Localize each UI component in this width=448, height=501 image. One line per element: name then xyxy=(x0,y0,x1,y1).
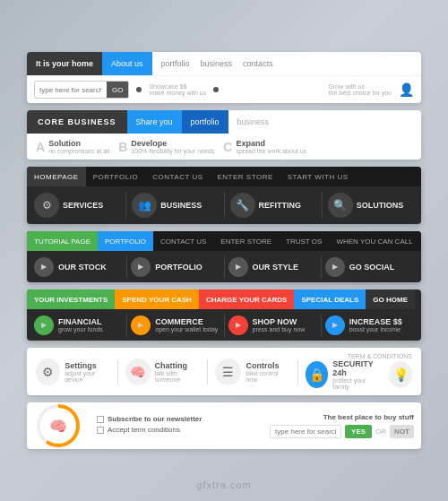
nav4-tab-tutorial[interactable]: TUTORIAL PAGE xyxy=(27,231,98,251)
nav5-tab-home[interactable]: GO HOME xyxy=(366,289,415,309)
nav6-terms: TERM & CONDITIONS xyxy=(306,353,412,359)
watermark: gfxtra.com xyxy=(196,479,251,490)
nav7-search-row: YES OR NOT xyxy=(270,425,414,438)
nav7-or-text: OR xyxy=(375,428,386,436)
nav5-tab-spend[interactable]: SPEND YOUR CASH xyxy=(115,289,199,309)
nav3-refitting: 🔧 REFITTING xyxy=(230,193,316,218)
nav4-style-play[interactable]: ▶ xyxy=(228,257,248,277)
nav5-commerce: ▶ COMMERCE open your wallet today xyxy=(131,315,220,335)
nav2-expand-sub: spread the work about us xyxy=(236,148,306,154)
nav6-chatting-sub: talk with someone xyxy=(155,370,201,383)
nav6-light-icon: 💡 xyxy=(389,361,412,388)
nav7-yes-button[interactable]: YES xyxy=(345,425,372,438)
nav7-subscribe-row: Subscribe to our newsletter xyxy=(97,415,253,423)
nav5-shopnow-label: SHOP NOW xyxy=(253,317,306,326)
nav1-search-box: GO xyxy=(34,81,129,99)
nav3-services: ⚙ SERVICES xyxy=(34,193,120,218)
nav4-social: ▶ GO SOCIAL xyxy=(325,257,414,277)
nav6-settings-sub: adjust your device xyxy=(65,370,110,383)
nav3-sep3 xyxy=(322,192,323,219)
nav5-commerce-label: COMMERCE xyxy=(155,317,218,326)
nav3-business-label: BUSINESS xyxy=(160,201,202,210)
nav4-tab-trust[interactable]: TRUST OS xyxy=(279,231,329,251)
nav7-search-input[interactable] xyxy=(270,425,341,438)
nav6-security-sub: protect your family xyxy=(332,377,381,390)
nav2-item-b: B Develope 100% flexibility for your nee… xyxy=(118,139,214,154)
nav2-portfolio[interactable]: portfolio xyxy=(182,110,228,134)
nav3-tab-start[interactable]: START WITH US xyxy=(280,167,356,186)
nav5-tab-charge[interactable]: CHARGE YOUR CARDS xyxy=(199,289,295,309)
nav2-business[interactable]: business xyxy=(228,117,279,126)
nav1-portfolio[interactable]: portfolio xyxy=(161,59,190,68)
nav5-shopnow-sub: press and buy now xyxy=(253,326,306,333)
nav4-tab-contact[interactable]: CONTACT US xyxy=(153,231,213,251)
nav1-links: portfolio business contacts xyxy=(152,59,421,68)
nav1-home[interactable]: It is your home xyxy=(27,52,102,75)
nav5-tab-deals[interactable]: SPECIAL DEALS xyxy=(294,289,366,309)
nav5-financial-play[interactable]: ▶ xyxy=(34,315,54,335)
nav3-business: 👥 BUSINESS xyxy=(132,193,218,218)
nav5-financial: ▶ FINANCIAL grow your funds xyxy=(34,315,123,335)
nav4-sep1 xyxy=(126,255,127,278)
nav1-contacts[interactable]: contacts xyxy=(243,59,273,68)
nav7-accept-row: Accept term conditions xyxy=(97,426,253,434)
nav4-portfolio-play[interactable]: ▶ xyxy=(131,257,151,277)
nav7-subscribe-label: Subscribe to our newsletter xyxy=(108,415,202,423)
nav6-security: 🔒 SECURITY 24h protect your family 💡 xyxy=(306,359,412,390)
nav1-showcase: Showcase $$ make money with us xyxy=(149,83,206,96)
nav2-expand: Expand xyxy=(236,139,306,148)
nav4-social-play[interactable]: ▶ xyxy=(325,257,345,277)
nav6-settings-icon: ⚙ xyxy=(36,358,60,385)
nav4-tab-call[interactable]: WHEN YOU CAN CALL xyxy=(329,231,419,251)
nav3-tab-contact[interactable]: CONTACT US xyxy=(145,167,210,186)
nav1-go-button[interactable]: GO xyxy=(107,82,128,98)
nav4-tab-store[interactable]: ENTER STORE xyxy=(213,231,279,251)
nav4-social-label: GO SOCIAL xyxy=(349,263,395,272)
nav2-item-c: C Expand spread the work about us xyxy=(223,139,306,154)
nav4-stock-play[interactable]: ▶ xyxy=(34,257,54,277)
navbar-3: HOMEPAGE PORTFOLIO CONTACT US ENTER STOR… xyxy=(27,167,421,224)
nav5-shopnow-play[interactable]: ▶ xyxy=(228,315,248,335)
nav1-business[interactable]: business xyxy=(201,59,233,68)
nav1-search-input[interactable] xyxy=(35,86,107,94)
nav3-solutions-icon: 🔍 xyxy=(328,193,353,218)
nav4-stock: ▶ OUR STOCK xyxy=(34,257,123,277)
nav3-tab-homepage[interactable]: HOMEPAGE xyxy=(27,167,86,186)
nav4-portfolio-label: PORTFOLIO xyxy=(155,263,202,272)
nav6-sep1 xyxy=(117,359,118,384)
nav2-develope-sub: 100% flexibility for your needs xyxy=(131,148,214,154)
nav5-tab-investments[interactable]: YOUR INVESTMENTS xyxy=(27,289,115,309)
nav3-tab-store[interactable]: ENTER STORE xyxy=(211,167,280,186)
nav2-letter-c: C xyxy=(223,140,232,154)
nav1-dot2 xyxy=(213,87,219,92)
nav2-item-a: A Solution no compromises at all xyxy=(36,139,109,154)
nav2-core[interactable]: CORE BUSINESS xyxy=(27,110,127,134)
nav5-sep3 xyxy=(321,314,322,336)
nav5-increase: ▶ INCREASE $$ boost your income xyxy=(325,315,414,335)
nav1-aboutus[interactable]: About us xyxy=(102,52,152,75)
nav5-commerce-play[interactable]: ▶ xyxy=(131,315,151,335)
nav5-increase-play[interactable]: ▶ xyxy=(325,315,345,335)
nav3-refitting-label: REFITTING xyxy=(259,201,302,210)
nav6-sep3 xyxy=(297,359,298,384)
nav7-subscribe-checkbox[interactable] xyxy=(97,416,104,423)
nav2-solution-sub: no compromises at all xyxy=(48,148,109,154)
nav5-sep1 xyxy=(126,314,127,336)
nav7-right: The best place to buy stuff YES OR NOT xyxy=(260,402,421,449)
nav3-sep1 xyxy=(125,192,126,219)
nav4-style-label: OUR STYLE xyxy=(253,263,299,272)
nav5-commerce-sub: open your wallet today xyxy=(155,326,218,333)
nav7-not-button[interactable]: NOT xyxy=(390,425,414,438)
nav7-accept-checkbox[interactable] xyxy=(97,427,104,434)
nav6-chatting-icon: 🧠 xyxy=(125,358,150,385)
nav5-financial-sub: grow your funds xyxy=(58,326,103,333)
nav6-controls-icon: ☰ xyxy=(215,358,241,385)
nav1-person-icon: 👤 xyxy=(399,82,414,97)
nav3-tab-portfolio[interactable]: PORTFOLIO xyxy=(86,167,146,186)
nav2-share[interactable]: Share you xyxy=(127,110,182,134)
nav4-portfolio: ▶ PORTFOLIO xyxy=(131,257,220,277)
nav5-increase-sub: boost your income xyxy=(349,326,402,333)
nav4-tab-portfolio[interactable]: PORTFOLIO xyxy=(98,231,153,251)
navbar-1: It is your home About us portfolio busin… xyxy=(27,52,421,103)
nav6-settings: ⚙ Settings adjust your device xyxy=(36,358,110,385)
